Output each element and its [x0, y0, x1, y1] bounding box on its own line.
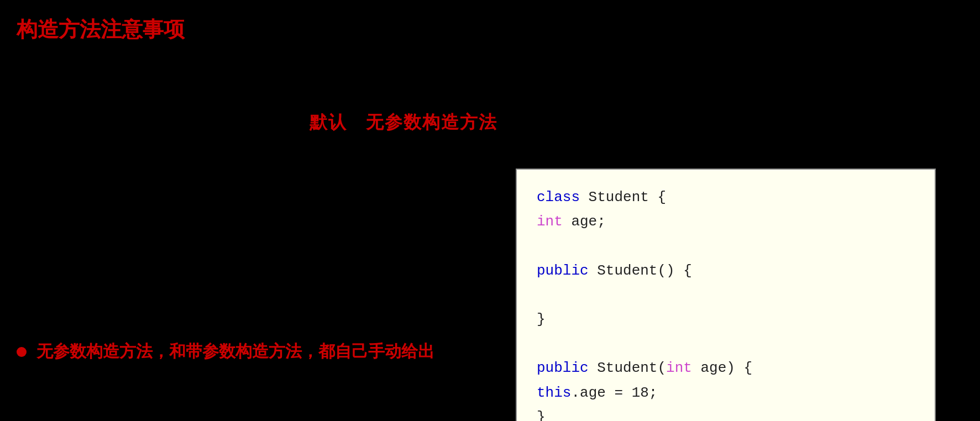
code-line-6: }	[537, 307, 915, 331]
page-title: 构造方法注意事项	[17, 15, 185, 44]
code-block: class Student { int age; public Student(…	[516, 169, 936, 421]
code-line-3	[537, 234, 915, 258]
keyword-this: this	[537, 385, 571, 401]
code-line-5	[537, 283, 915, 307]
bullet-text: 无参数构造方法，和带参数构造方法，都自己手动给出	[36, 340, 434, 363]
code-line-1: class Student {	[537, 185, 915, 209]
default-label: 默认 无参数构造方法	[310, 110, 497, 135]
keyword-int: int	[537, 213, 563, 230]
code-line-8: public Student(int age) {	[537, 356, 915, 380]
keyword-int-2: int	[666, 360, 692, 376]
keyword-public-2: public	[537, 360, 589, 376]
bullet-dot-icon	[17, 347, 27, 357]
bullet-point: 无参数构造方法，和带参数构造方法，都自己手动给出	[17, 340, 434, 363]
code-line-9: this.age = 18;	[537, 381, 915, 405]
code-line-7	[537, 331, 915, 356]
keyword-class: class	[537, 189, 580, 206]
keyword-public-1: public	[537, 262, 589, 279]
code-line-10: }	[537, 405, 915, 421]
code-line-4: public Student() {	[537, 259, 915, 283]
code-line-2: int age;	[537, 209, 915, 234]
